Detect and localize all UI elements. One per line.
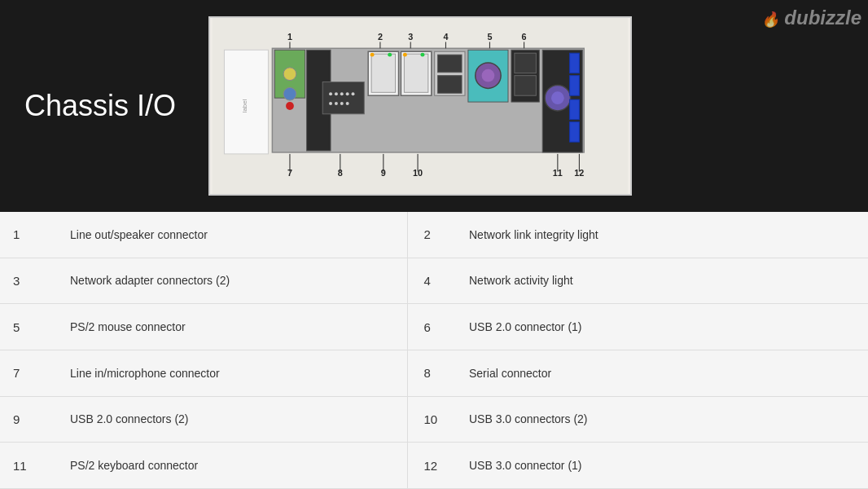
table-row: 7 Line in/microphone connector 8 Serial … xyxy=(0,350,868,396)
row-desc-left: Line out/speaker connector xyxy=(57,212,407,258)
connector-table: 1 Line out/speaker connector 2 Network l… xyxy=(0,212,868,489)
row-desc-right: USB 2.0 connector (1) xyxy=(456,304,868,350)
svg-point-14 xyxy=(329,102,332,105)
row-num-right: 12 xyxy=(407,443,456,489)
svg-point-25 xyxy=(421,53,425,57)
svg-rect-34 xyxy=(515,76,537,96)
dubizzle-flame-icon: 🔥 xyxy=(761,11,779,28)
row-desc-right: USB 3.0 connectors (2) xyxy=(456,396,868,443)
row-num-right: 2 xyxy=(407,212,456,258)
svg-rect-41 xyxy=(570,122,580,143)
svg-rect-28 xyxy=(438,76,462,94)
dubizzle-logo: 🔥 dubizzle xyxy=(761,7,861,29)
svg-text:label: label xyxy=(241,99,248,112)
svg-rect-23 xyxy=(404,54,427,92)
svg-point-15 xyxy=(335,102,338,105)
row-num-right: 8 xyxy=(407,350,456,396)
top-section: Chassis I/O label xyxy=(0,0,868,212)
svg-point-11 xyxy=(340,92,344,95)
svg-text:5: 5 xyxy=(487,32,492,42)
row-num-left: 11 xyxy=(0,443,57,489)
row-desc-left: Line in/microphone connector xyxy=(57,350,407,396)
svg-rect-27 xyxy=(438,55,462,73)
svg-rect-39 xyxy=(570,76,580,96)
svg-text:1: 1 xyxy=(287,32,292,42)
row-num-left: 5 xyxy=(0,304,57,350)
svg-point-13 xyxy=(352,92,355,95)
row-desc-left: PS/2 keyboard connector xyxy=(57,443,407,489)
row-num-left: 1 xyxy=(0,212,57,258)
page-title: Chassis I/O xyxy=(24,89,176,123)
row-num-right: 4 xyxy=(407,258,456,304)
svg-text:2: 2 xyxy=(378,32,383,42)
row-num-left: 3 xyxy=(0,258,57,304)
chassis-diagram: label xyxy=(208,16,632,196)
svg-point-17 xyxy=(346,102,349,105)
svg-rect-38 xyxy=(570,53,580,73)
table-section: 1 Line out/speaker connector 2 Network l… xyxy=(0,212,868,489)
row-desc-right: USB 3.0 connector (1) xyxy=(456,443,868,489)
row-num-right: 6 xyxy=(407,304,456,350)
svg-point-16 xyxy=(340,102,344,105)
row-desc-left: PS/2 mouse connector xyxy=(57,304,407,350)
row-desc-left: USB 2.0 connectors (2) xyxy=(57,396,407,443)
svg-point-42 xyxy=(286,102,294,110)
row-desc-right: Network link integrity light xyxy=(456,212,868,258)
table-row: 5 PS/2 mouse connector 6 USB 2.0 connect… xyxy=(0,304,868,350)
svg-rect-19 xyxy=(371,54,395,92)
svg-text:3: 3 xyxy=(408,32,413,42)
svg-rect-33 xyxy=(515,53,537,73)
svg-point-5 xyxy=(283,68,296,81)
svg-text:6: 6 xyxy=(522,32,527,42)
row-num-left: 7 xyxy=(0,350,57,396)
row-num-right: 10 xyxy=(407,396,456,443)
svg-point-21 xyxy=(388,53,392,57)
svg-point-6 xyxy=(283,87,296,100)
row-desc-right: Serial connector xyxy=(456,350,868,396)
svg-text:4: 4 xyxy=(443,32,448,42)
svg-point-10 xyxy=(335,92,338,95)
svg-point-20 xyxy=(370,53,375,57)
row-desc-left: Network adapter connectors (2) xyxy=(57,258,407,304)
svg-point-9 xyxy=(329,92,332,95)
table-row: 11 PS/2 keyboard connector 12 USB 3.0 co… xyxy=(0,443,868,489)
table-row: 3 Network adapter connectors (2) 4 Netwo… xyxy=(0,258,868,304)
svg-rect-40 xyxy=(570,99,580,120)
row-num-left: 9 xyxy=(0,396,57,443)
svg-point-37 xyxy=(551,91,564,104)
table-row: 1 Line out/speaker connector 2 Network l… xyxy=(0,212,868,258)
svg-point-31 xyxy=(482,69,495,82)
table-row: 9 USB 2.0 connectors (2) 10 USB 3.0 conn… xyxy=(0,396,868,443)
svg-point-24 xyxy=(403,53,407,57)
main-container: Chassis I/O label xyxy=(0,0,868,489)
svg-rect-8 xyxy=(322,82,364,114)
row-desc-right: Network activity light xyxy=(456,258,868,304)
svg-point-12 xyxy=(346,92,349,95)
